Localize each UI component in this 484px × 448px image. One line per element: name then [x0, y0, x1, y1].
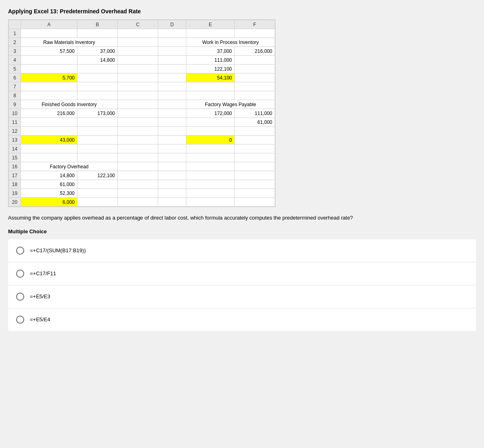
cell-b6	[77, 73, 118, 82]
table-row: 1	[9, 29, 275, 38]
row-num: 14	[9, 144, 21, 153]
cell-e10: 172,000	[186, 109, 235, 118]
cell-a6: 5,700	[21, 73, 77, 82]
radio-button-2[interactable]	[16, 270, 24, 278]
row-num: 7	[9, 82, 21, 91]
row-num: 8	[9, 91, 21, 100]
cell-c17	[118, 171, 158, 180]
cell-a9: Finished Goods Inventory	[21, 100, 118, 109]
cell-f6	[235, 73, 275, 82]
cell-f7	[235, 82, 275, 91]
row-num: 15	[9, 153, 21, 162]
row-num: 12	[9, 127, 21, 136]
cell-a16: Factory Overhead	[21, 162, 118, 171]
col-header-d: D	[158, 20, 186, 29]
cell-b14	[77, 144, 118, 153]
cell-e14	[186, 144, 235, 153]
cell-c2	[118, 38, 158, 47]
cell-a14	[21, 144, 77, 153]
col-header-b: B	[77, 20, 118, 29]
cell-d18	[158, 180, 186, 189]
table-row: 3 57,500 37,000 37,000 216,000	[9, 47, 275, 56]
choices-container: =+C17/(SUM(B17:B19)) =+C17/F11 =+E5/E3 =…	[8, 239, 476, 331]
row-num: 19	[9, 189, 21, 198]
cell-c11	[118, 118, 158, 127]
cell-d14	[158, 144, 186, 153]
col-header-f: F	[235, 20, 275, 29]
cell-f8	[235, 91, 275, 100]
choice-row-3[interactable]: =+E5/E3	[8, 285, 476, 308]
cell-f14	[235, 144, 275, 153]
cell-b5	[77, 65, 118, 73]
cell-d11	[158, 118, 186, 127]
row-num: 3	[9, 47, 21, 56]
table-row: 10 216,000 173,000 172,000 111,000	[9, 109, 275, 118]
cell-b18	[77, 180, 118, 189]
cell-c16	[118, 162, 158, 171]
radio-button-3[interactable]	[16, 293, 24, 301]
spreadsheet-container: A B C D E F 1 2 Raw Materials	[8, 19, 275, 207]
cell-d13	[158, 136, 186, 144]
cell-e17	[186, 171, 235, 180]
row-num: 18	[9, 180, 21, 189]
col-header-a: A	[21, 20, 77, 29]
cell-a8	[21, 91, 77, 100]
choice-row-4[interactable]: =+E5/E4	[8, 308, 476, 331]
cell-c12	[118, 127, 158, 136]
cell-f10: 111,000	[235, 109, 275, 118]
cell-b19	[77, 189, 118, 198]
cell-f15	[235, 153, 275, 162]
cell-f4	[235, 56, 275, 65]
choice-row-1[interactable]: =+C17/(SUM(B17:B19))	[8, 239, 476, 262]
cell-f1	[235, 29, 275, 38]
cell-d9	[158, 100, 186, 109]
cell-a19: 52,300	[21, 189, 77, 198]
cell-a7	[21, 82, 77, 91]
table-row: 11 61,000	[9, 118, 275, 127]
table-row: 8	[9, 91, 275, 100]
cell-c20	[118, 198, 158, 207]
cell-a10: 216,000	[21, 109, 77, 118]
radio-button-1[interactable]	[16, 247, 24, 255]
cell-a18: 61,000	[21, 180, 77, 189]
cell-c5	[118, 65, 158, 73]
cell-c14	[118, 144, 158, 153]
cell-c7	[118, 82, 158, 91]
cell-b4: 14,800	[77, 56, 118, 65]
cell-e9: Factory Wages Payable	[186, 100, 275, 109]
cell-e1	[186, 29, 235, 38]
table-row: 5 122,100	[9, 65, 275, 73]
choice-text-3: =+E5/E3	[30, 293, 50, 299]
cell-e15	[186, 153, 235, 162]
cell-a15	[21, 153, 77, 162]
cell-a17: 14,800	[21, 171, 77, 180]
row-num: 6	[9, 73, 21, 82]
row-num: 10	[9, 109, 21, 118]
choice-text-2: =+C17/F11	[30, 270, 56, 276]
table-row: 15	[9, 153, 275, 162]
row-num: 2	[9, 38, 21, 47]
cell-c3	[118, 47, 158, 56]
row-num: 11	[9, 118, 21, 127]
radio-button-4[interactable]	[16, 316, 24, 324]
cell-d16	[158, 162, 186, 171]
cell-f12	[235, 127, 275, 136]
cell-e13: 0	[186, 136, 235, 144]
row-num: 1	[9, 29, 21, 38]
table-row: 16 Factory Overhead	[9, 162, 275, 171]
choice-row-2[interactable]: =+C17/F11	[8, 262, 476, 285]
cell-a12	[21, 127, 77, 136]
cell-d6	[158, 73, 186, 82]
table-row: 12	[9, 127, 275, 136]
cell-b11	[77, 118, 118, 127]
table-row: 4 14,800 111,000	[9, 56, 275, 65]
row-num: 13	[9, 136, 21, 144]
cell-b1	[77, 29, 118, 38]
cell-b12	[77, 127, 118, 136]
cell-d17	[158, 171, 186, 180]
cell-c4	[118, 56, 158, 65]
cell-b7	[77, 82, 118, 91]
cell-d15	[158, 153, 186, 162]
row-num: 4	[9, 56, 21, 65]
cell-f20	[235, 198, 275, 207]
